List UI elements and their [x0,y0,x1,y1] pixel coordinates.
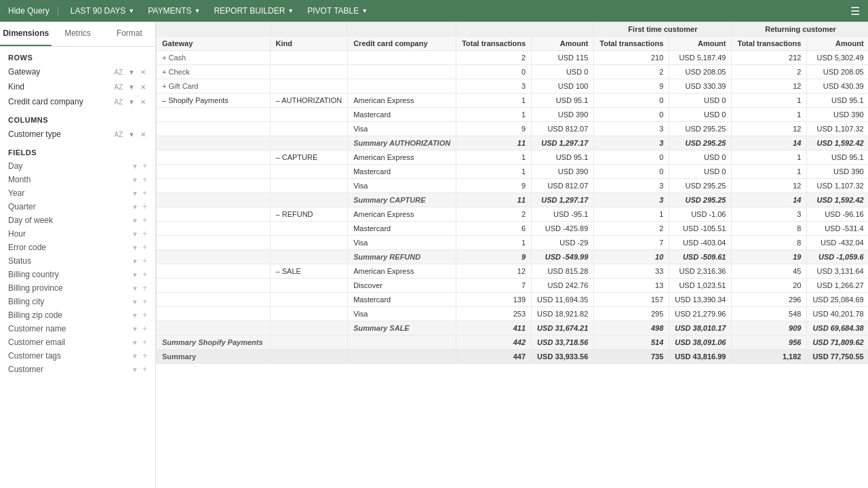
remove-icon[interactable]: ✕ [139,130,147,139]
cell-ft-amount: USD 100 [532,79,594,94]
cell-s-total: 12 [732,79,807,94]
filter-icon[interactable]: ▼ [130,325,140,333]
filter-icon[interactable]: ▼ [130,352,140,361]
table-row: Visa 1 USD -29 7 USD -403.04 8 USD -432.… [157,236,869,250]
add-field-button[interactable]: + [142,270,147,279]
filter-icon[interactable]: ▼ [130,203,140,211]
field-label: Billing city [8,297,127,306]
cell-ccc: American Express [348,150,456,165]
tab-dimensions[interactable]: Dimensions [0,22,52,46]
sort-icon[interactable]: AZ [113,98,124,106]
filter-icon[interactable]: ▼ [130,284,140,293]
filter-icon[interactable]: ▼ [130,365,140,374]
cell-gateway [157,193,271,207]
field-label: Customer email [8,338,127,347]
cell-kind: – SALE [270,264,348,279]
filter-icon[interactable]: ▼ [127,130,136,139]
cell-s-total: 212 [732,51,807,65]
field-item: Customer tags ▼ + [0,349,155,363]
add-field-button[interactable]: + [142,283,147,293]
cell-s-total: 909 [732,321,807,336]
filter-icon[interactable]: ▼ [130,311,140,320]
cell-ccc: Summary SALE [348,321,456,336]
filter-icon[interactable]: ▼ [130,216,140,225]
cell-kind [270,250,348,264]
add-field-button[interactable]: + [142,365,147,374]
nav-pivot-table[interactable]: PIVOT TABLE ▼ [300,6,374,16]
remove-icon[interactable]: ✕ [139,83,147,92]
tab-metrics[interactable]: Metrics [52,22,103,46]
cell-ft-total: 7 [456,279,532,293]
cell-s-total: 548 [732,307,807,321]
cell-s-total: 2 [732,65,807,79]
cell-s-total: 1 [732,94,807,108]
sort-icon[interactable]: AZ [113,130,124,139]
filter-icon[interactable]: ▼ [130,162,140,171]
add-field-button[interactable]: + [142,216,147,225]
filter-icon[interactable]: ▼ [130,257,140,266]
cell-s-amount: USD 390 [807,108,868,122]
field-item: Year ▼ + [0,186,155,200]
filter-icon[interactable]: ▼ [127,83,136,92]
filter-icon[interactable]: ▼ [130,243,140,252]
add-field-button[interactable]: + [142,229,147,239]
sort-icon[interactable]: AZ [113,68,124,77]
cell-kind [270,108,348,122]
add-field-button[interactable]: + [142,161,147,171]
nav-payments[interactable]: PAYMENTS ▼ [141,6,207,16]
add-field-button[interactable]: + [142,202,147,211]
add-field-button[interactable]: + [142,297,147,306]
field-label: Status [8,256,127,266]
cell-gateway: Summary Shopify Payments [157,336,271,350]
row-item-credit-card-company: Credit card company AZ ▼ ✕ [0,94,155,109]
cell-ft-total: 1 [456,150,532,165]
hide-query-button[interactable]: Hide Query [8,6,58,16]
filter-icon[interactable]: ▼ [130,230,140,239]
table-row: – SALE American Express 12 USD 815.28 33… [157,264,869,279]
add-field-button[interactable]: + [142,351,147,361]
col-gateway-header [157,22,271,37]
cell-rt-total: 735 [594,350,669,364]
filter-icon[interactable]: ▼ [130,176,140,184]
cell-rt-amount: USD 295.25 [669,136,732,150]
cell-ft-amount: USD 33,718.56 [532,336,594,350]
add-field-button[interactable]: + [142,188,147,198]
filter-icon[interactable]: ▼ [130,298,140,306]
rows-section-title: Rows [0,47,155,64]
cell-kind: – AUTHORIZATION [270,94,348,108]
cell-kind [270,65,348,79]
pivot-table: First time customer Returning customer S… [156,22,868,364]
cell-gateway: + Cash [157,51,271,65]
cell-rt-amount: USD 5,187.49 [669,51,732,65]
cell-ccc [348,65,456,79]
filter-icon[interactable]: ▼ [130,338,140,347]
add-field-button[interactable]: + [142,243,147,252]
filter-icon[interactable]: ▼ [127,68,136,77]
remove-icon[interactable]: ✕ [139,98,147,106]
filter-icon[interactable]: ▼ [127,98,136,106]
add-field-button[interactable]: + [142,256,147,266]
field-label: Billing zip code [8,310,127,320]
add-field-button[interactable]: + [142,338,147,347]
cell-ft-amount: USD 1,297.17 [532,136,594,150]
add-field-button[interactable]: + [142,324,147,333]
add-field-button[interactable]: + [142,175,147,184]
add-field-button[interactable]: + [142,310,147,320]
cell-kind [270,179,348,193]
filter-icon[interactable]: ▼ [130,270,140,279]
tab-format[interactable]: Format [104,22,155,46]
cell-kind [270,293,348,307]
remove-icon[interactable]: ✕ [139,68,147,77]
table-row: Discover 7 USD 242.76 13 USD 1,023.51 20… [157,279,869,293]
cell-ft-amount: USD 31,674.21 [532,321,594,336]
cell-rt-total: 3 [594,122,669,136]
hamburger-icon[interactable]: ☰ [850,5,860,18]
filter-icon[interactable]: ▼ [130,189,140,198]
nav-last-90-days[interactable]: LAST 90 DAYS ▼ [64,6,142,16]
nav-report-builder[interactable]: REPORT BUILDER ▼ [207,6,300,16]
cell-rt-amount: USD 208.05 [669,65,732,79]
cell-ft-total: 0 [456,65,532,79]
cell-s-amount: USD 40,201.78 [807,307,868,321]
sort-icon[interactable]: AZ [113,83,124,92]
column-customer-type-label: Customer type [8,129,110,139]
